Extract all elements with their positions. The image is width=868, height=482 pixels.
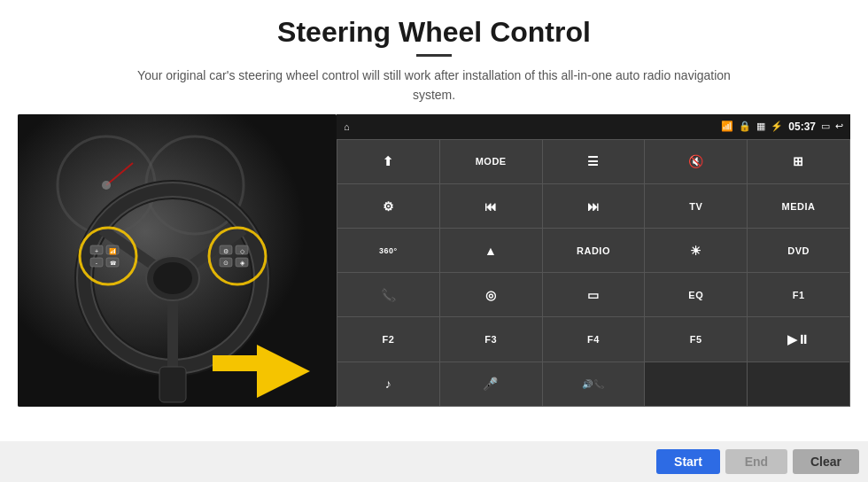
f2-button[interactable]: F2: [337, 317, 439, 361]
empty-btn-1: [645, 362, 747, 406]
eject-icon: ▲: [484, 244, 497, 258]
mute-icon: 🔇: [688, 154, 704, 168]
steering-wheel-image: + 📶 - ☎ ⚙ ◇ ⊙ ◈: [18, 114, 337, 407]
mic-button[interactable]: 🎤: [440, 362, 542, 406]
prev-icon: ⏮: [484, 199, 498, 214]
list-icon: ☰: [587, 154, 600, 168]
lock-icon: 🔒: [739, 120, 751, 132]
clear-button[interactable]: Clear: [793, 449, 859, 474]
wifi-icon: 📶: [721, 120, 733, 132]
radio-button[interactable]: RADIO: [543, 229, 645, 272]
play-pause-button[interactable]: ▶⏸: [748, 317, 849, 361]
status-left-icons: ⌂: [344, 121, 350, 132]
radio-label: RADIO: [577, 245, 610, 256]
f1-button[interactable]: F1: [748, 273, 849, 316]
f3-label: F3: [484, 334, 497, 345]
settings-icon: ⚙: [383, 199, 395, 214]
prev-button[interactable]: ⏮: [440, 184, 542, 228]
start-button[interactable]: Start: [656, 449, 720, 474]
svg-text:📶: 📶: [109, 247, 117, 255]
control-panel: ⌂ 📶 🔒 ▦ ⚡ 05:37 ▭ ↩ ⬆ M: [337, 114, 850, 407]
f4-button[interactable]: F4: [543, 317, 645, 361]
mode-button[interactable]: MODE: [440, 140, 542, 183]
screen-mode-icon: ▭: [587, 288, 600, 302]
svg-text:☎: ☎: [110, 260, 117, 266]
dvd-button[interactable]: DVD: [748, 229, 849, 272]
back-icon: ↩: [835, 120, 843, 132]
svg-rect-32: [213, 355, 261, 371]
mute-button[interactable]: 🔇: [645, 140, 747, 183]
eq-label: EQ: [688, 290, 703, 300]
media-button[interactable]: MEDIA: [748, 184, 849, 228]
status-right-icons: 📶 🔒 ▦ ⚡ 05:37 ▭ ↩: [721, 120, 843, 133]
home-icon: ⌂: [344, 121, 350, 132]
music-button[interactable]: ♪: [337, 362, 439, 406]
empty-btn-2: [748, 362, 849, 406]
f2-label: F2: [382, 334, 394, 345]
compass-icon: ◎: [485, 288, 497, 302]
phone-icon: 📞: [381, 288, 397, 302]
title-divider: [416, 54, 452, 57]
end-button[interactable]: End: [725, 449, 787, 474]
button-grid: ⬆ MODE ☰ 🔇 ⊞ ⚙ ⏮: [337, 139, 850, 407]
phone-button[interactable]: 📞: [337, 273, 439, 316]
mode-label: MODE: [476, 156, 507, 167]
tv-button[interactable]: TV: [645, 184, 747, 228]
brightness-button[interactable]: ☀: [645, 229, 747, 272]
f5-button[interactable]: F5: [645, 317, 747, 361]
music-icon: ♪: [385, 377, 392, 391]
compass-button[interactable]: ◎: [440, 273, 542, 316]
svg-text:+: +: [95, 248, 98, 254]
page-title: Steering Wheel Control: [35, 16, 833, 49]
svg-text:⊙: ⊙: [223, 260, 229, 266]
content-area: + 📶 - ☎ ⚙ ◇ ⊙ ◈: [0, 114, 868, 441]
volume-phone-button[interactable]: 🔊📞: [543, 362, 645, 406]
nav-icon: ⬆: [383, 154, 394, 168]
apps-button[interactable]: ⊞: [748, 140, 849, 183]
360-icon: 360°: [379, 246, 398, 255]
status-bar: ⌂ 📶 🔒 ▦ ⚡ 05:37 ▭ ↩: [337, 114, 850, 139]
bottom-action-bar: Start End Clear: [0, 441, 868, 482]
svg-text:⚙: ⚙: [223, 248, 229, 254]
screen-icon: ▭: [821, 120, 830, 132]
next-button[interactable]: ⏭: [543, 184, 645, 228]
settings-button[interactable]: ⚙: [337, 184, 439, 228]
screen-mode-button[interactable]: ▭: [543, 273, 645, 316]
360-button[interactable]: 360°: [337, 229, 439, 272]
header-section: Steering Wheel Control Your original car…: [0, 0, 868, 114]
media-label: MEDIA: [782, 201, 816, 212]
subtitle: Your original car's steering wheel contr…: [124, 66, 744, 105]
mic-icon: 🎤: [483, 377, 499, 391]
tv-label: TV: [689, 201, 702, 212]
bluetooth-icon: ⚡: [771, 120, 783, 132]
dvd-label: DVD: [787, 245, 810, 256]
f5-label: F5: [690, 334, 702, 345]
f4-label: F4: [587, 334, 600, 345]
svg-rect-33: [159, 367, 186, 402]
play-pause-icon: ▶⏸: [787, 332, 810, 346]
nav-button[interactable]: ⬆: [337, 140, 439, 183]
brightness-icon: ☀: [690, 244, 702, 258]
sim-icon: ▦: [756, 120, 765, 132]
status-time: 05:37: [788, 120, 816, 133]
f1-label: F1: [793, 290, 805, 300]
svg-point-12: [153, 262, 192, 294]
next-icon: ⏭: [587, 199, 601, 214]
svg-point-4: [102, 181, 111, 190]
f3-button[interactable]: F3: [440, 317, 542, 361]
volume-phone-icon: 🔊📞: [582, 379, 604, 389]
page-wrapper: Steering Wheel Control Your original car…: [0, 0, 868, 482]
apps-icon: ⊞: [793, 154, 804, 168]
list-button[interactable]: ☰: [543, 140, 645, 183]
eject-button[interactable]: ▲: [440, 229, 542, 272]
eq-button[interactable]: EQ: [645, 273, 747, 316]
